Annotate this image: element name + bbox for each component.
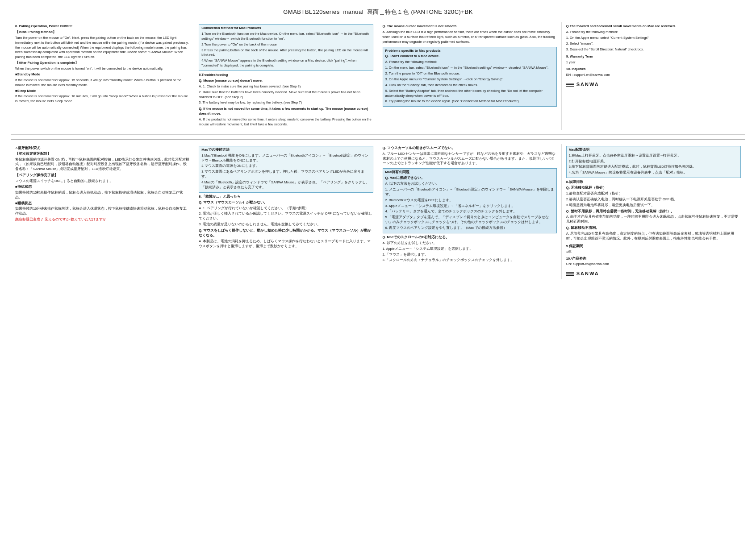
- sanwa-logo-icon-bottom: [566, 272, 574, 276]
- initial-jp-body: 将鼠标底面的电源开关置 ON 档，再按下鼠标底面的配对按钮，LED指示灯会发红并…: [15, 157, 189, 172]
- jp-scroll-2: 2.「マウス」を選択します。: [383, 253, 557, 257]
- q1-en: Q. Mouse (mouse cursor) doesn't move.: [199, 79, 373, 83]
- trouble-cn-title: 8.故障排除: [566, 180, 741, 185]
- a1-jp-2: 2. 電池が正しく挿入されているか確認してください。マウスの電源スイッチが OF…: [199, 211, 373, 221]
- q-connect-en: Q. I can't connect to a Mac device.: [385, 54, 554, 59]
- q-scroll-en: Q.The forward and backward scroll moveme…: [566, 24, 741, 29]
- scroll-step-3: 3. Deselect the "Scroll Direction: Natur…: [566, 47, 741, 52]
- connect-step-2: 2. Turn the power to "Off" on the Blueto…: [385, 71, 554, 76]
- a-slow-cn: A. 由于本产品具有省电节能的功能，一段时间不用即会进入休眠状态，点击鼠标可使鼠…: [566, 215, 741, 224]
- kanji-note: 颜色标题已变成了 见えるのですか 教えていただけますか: [15, 217, 189, 222]
- warranty-cn-title: 9.保証期間: [566, 244, 741, 249]
- mac-problems-box: Problems specific to Mac products Q. I c…: [383, 47, 557, 107]
- q2-jp: Q. マウスをしばらく操作しないと、動かし始めた時に少し時間がかかる。マウス（マ…: [199, 228, 373, 238]
- connect-step-5: 5. Select the "Battery Adaptor" tab, the…: [385, 89, 554, 99]
- mac-step-2: 2.Turn the power to "On" on the back of …: [201, 42, 370, 47]
- q-scroll-jp: Q. MacでのスクロールのE右対応になる。: [383, 235, 557, 240]
- sleep-jp-title: ■睡眠状态: [15, 201, 189, 206]
- standby-title: ■Standby Mode: [15, 72, 189, 77]
- logo-line-1: [566, 83, 574, 84]
- jp-connect-1: 1. メニューバーの「Bluetoothアイコン」→「Bluetooth設定」の…: [385, 187, 554, 197]
- jp-connect-6: 6. 再度マウスのペアリング設定をやり直します。（Mac での接続方法参照）: [385, 226, 554, 231]
- sanwa-logo-text-bottom: SANWA: [576, 270, 599, 278]
- q-move-cn: Q: 无法移动鼠标（指针）: [566, 186, 741, 191]
- bottom-col1: 7.蓝牙配对/荣尤 【初次设定蓝牙配对】 将鼠标底面的电源开关置 ON 档，再按…: [11, 144, 194, 279]
- scroll-step-2: 2. Select "mouse".: [566, 41, 741, 46]
- mac-problems-jp-box: Mac特有の問題 Q. Macに接続できない。 A. 以下の方法をお試しください…: [383, 168, 557, 233]
- warranty-body: 1 year: [566, 60, 741, 65]
- q-smooth-cn: Q. 鼠标移动不流利。: [566, 226, 741, 231]
- a2-jp: A. 本製品は、電池の消耗を抑えるため、しばらくマウス操作を行なわないとスリープ…: [199, 239, 373, 249]
- connect-step-3: 3. On the Apple menu for "Current System…: [385, 77, 554, 82]
- jp-scroll-3: 3.「スクロールの方向：ナチュラル」のチェックボックスのチェックを外します。: [383, 258, 557, 263]
- q1-jp: Q. マウス（マウスカーソル）が動かない。: [199, 200, 373, 205]
- a-connect-intro-jp: A. 以下の方法をお試しください。: [385, 182, 554, 186]
- jp-connect-5: 5.「電源アダプタ」タブを選んで、「ディスプレイ切りのときはコンピュータを自動で…: [385, 215, 554, 225]
- a-smooth-jp: A. ブルー LED センサーは非常に高性能なセンサーですが、鏡などの光を反射す…: [383, 152, 557, 166]
- scroll-step-1: 1. On the Apple menu, select "Current Sy…: [566, 36, 741, 41]
- top-col4: Q.The forward and backward scroll moveme…: [562, 22, 745, 130]
- a-scroll-jp: A. 以下の方法をお試しください。: [383, 241, 557, 246]
- a-move-cn-3: 3.可能是因为电池即将耗尽，请您更换电池后重试一下。: [566, 203, 741, 208]
- q-slow-cn: Q. 暂时不用鼠标，再用时会需要一些时间，无法移动鼠标（指针）。: [566, 209, 741, 214]
- warranty-cn-body: 1年: [566, 250, 741, 255]
- a-scroll-intro-en: A. Please try the following method:: [566, 30, 741, 35]
- sanwa-logo-bottom: SANWA: [566, 270, 741, 278]
- cn-mac-step-4: 4.名为「SANWA Mouse」的设备将显示在设备列表中，点击「配对」按钮。: [569, 170, 738, 175]
- jp-scroll-1: 1. Appleメニュー→「システム環境設定」を選択します。: [383, 247, 557, 252]
- standby-jp-body: 如果持续约15秒未操作鼠标的话，鼠标会进入待机状态，按下鼠标按键或滑动鼠标，鼠标…: [15, 191, 189, 200]
- jp-mac-step-3: 3.マウス裏面にあるペアリングボタンを押します。押した後、マウスのペアリングLE…: [201, 170, 370, 179]
- a-move-cn-1: 1.请检查配对是否完成配对（指针）: [566, 191, 741, 196]
- inquiries-body: EN : support-en@sanwa.com: [566, 73, 741, 78]
- trouble-jp-title: 8.「故障か…」と思ったら: [199, 195, 373, 199]
- logo-line-2: [566, 84, 574, 85]
- bottom-col2: Macでの接続方法 1.MacでBluetooth機能をONにします。メニューバ…: [194, 144, 378, 279]
- top-col1: 8. Pairing Operation, Power ON/OFF 【Init…: [11, 22, 194, 130]
- q-smooth-jp: Q. マウスカーソルの動きがスムーズでない。: [383, 146, 557, 151]
- page-title: GMABTBL120series_manual_裏面＿特色１色 (PANTONE…: [11, 8, 745, 16]
- initial-pairing-body: Turn the power on the mouse to "On". Nex…: [15, 36, 189, 60]
- logo-bottom-line-3: [566, 275, 574, 276]
- cn-mac-step-1: 1.在Mac上打开蓝牙。点击任务栏蓝牙图标→设置蓝牙设置→打开蓝牙。: [569, 153, 738, 158]
- warranty-title: 9. Warranty Term: [566, 54, 741, 59]
- connect-step-4: 4. Click on the "Battery" tab, then dese…: [385, 83, 554, 88]
- a1-en-2: 2. Make sure that the batteries have bee…: [199, 90, 373, 100]
- cn-mac-step-2: 2.打开鼠标处电源开关。: [569, 159, 738, 164]
- inquiries-cn-title: 10.*产品咨询: [566, 257, 741, 261]
- mac-config-cn-box: Mac配置说明 1.在Mac上打开蓝牙。点击任务栏蓝牙图标→设置蓝牙设置→打开蓝…: [566, 146, 741, 178]
- bottom-col4: Mac配置说明 1.在Mac上打开蓝牙。点击任务栏蓝牙图标→设置蓝牙设置→打开蓝…: [562, 144, 745, 279]
- mac-connection-jp-box: Macでの接続方法 1.MacでBluetooth機能をONにします。メニューバ…: [199, 146, 373, 193]
- sanwa-logo-text: SANWA: [576, 81, 599, 88]
- q2-en: Q. If the mouse is not moved for some ti…: [199, 107, 373, 116]
- troubleshoot-title: 8.Troubleshooting: [199, 73, 373, 78]
- initial-pairing-title: 【Initial Pairing Method】: [15, 30, 189, 35]
- top-col2: Connection Method for Mac Products 1.Tur…: [194, 22, 378, 130]
- after-jp-body: マウスの電源スイッチをONにすると自動的に接続されます。: [15, 179, 189, 184]
- a-smooth-cn: A. 尽管蓝光LED引擎具有高亮度，高定制度的特点，但在诸如镜面等高反光素材，玻…: [566, 232, 741, 241]
- connection-mac-box: Connection Method for Mac Products 1.Tur…: [199, 24, 373, 71]
- inquiries-title: 10. Inquiries: [566, 67, 741, 72]
- mac-problems-title: Problems specific to Mac products: [385, 49, 554, 54]
- initial-jp-title: 【初次设定蓝牙配对】: [15, 152, 189, 157]
- sleep-body: If the mouse is not moved for approx. 10…: [15, 94, 189, 104]
- a1-jp-1: A. 1. ペアリングが行れていないか確認してください。（手順7参照）: [199, 206, 373, 211]
- sanwa-logo-top: SANWA: [566, 81, 741, 88]
- connection-mac-title: Connection Method for Mac Products: [201, 26, 370, 31]
- logo-bottom-line-2: [566, 274, 574, 274]
- connect-step-1: 1. On the menu bar, select "Bluetooth ic…: [385, 66, 554, 70]
- cn-mac-step-3: 3.按下鼠标背面面的对键进入配对模式，此时，鼠标背面LED灯待连颜色将闪烁。: [569, 165, 738, 170]
- top-col3: Q. The mouse cursor movement is not smoo…: [378, 22, 562, 130]
- sanwa-logo-icon: [566, 83, 574, 87]
- mac-step-4: 4.When "SANWA Mouse" appears in the Blue…: [201, 58, 370, 68]
- mac-step-1: 1.Turn on the Bluetooth function on the …: [201, 32, 370, 41]
- standby-jp-title: ■待机状态: [15, 185, 189, 190]
- jp-mac-step-1: 1.MacでBluetooth機能をONにします。メニューバーの「Bluetoo…: [201, 153, 370, 163]
- q-connect-jp: Q. Macに接続できない。: [385, 176, 554, 181]
- a1-en-3: 3. The battery level may be low; try rep…: [199, 100, 373, 105]
- warranty-cn-section: 9.保証期間 1年 10.*产品咨询 CN: support-cn@sanwa.…: [566, 244, 741, 267]
- mac-problems-jp-title: Mac特有の問題: [385, 170, 554, 175]
- a1-jp-3: 3. 電池の残量が足りないのかもしれません。電池を交換してみてください。: [199, 222, 373, 227]
- q-smooth-en: Q. The mouse cursor movement is not smoo…: [383, 24, 557, 29]
- mac-connection-jp-title: Macでの接続方法: [201, 148, 370, 153]
- after-pairing-body: When the power switch on the mouse is tu…: [15, 66, 189, 71]
